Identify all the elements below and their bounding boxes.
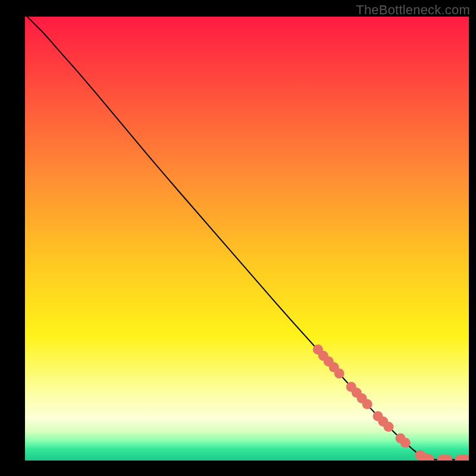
data-marker <box>334 368 345 378</box>
gradient-background <box>25 17 469 461</box>
watermark-text: TheBottleneck.com <box>356 2 470 18</box>
data-marker <box>384 422 394 432</box>
plot-area <box>25 17 469 461</box>
data-marker <box>362 399 372 409</box>
data-marker <box>400 438 411 448</box>
chart-frame: TheBottleneck.com <box>0 0 476 476</box>
chart-svg <box>25 17 469 461</box>
